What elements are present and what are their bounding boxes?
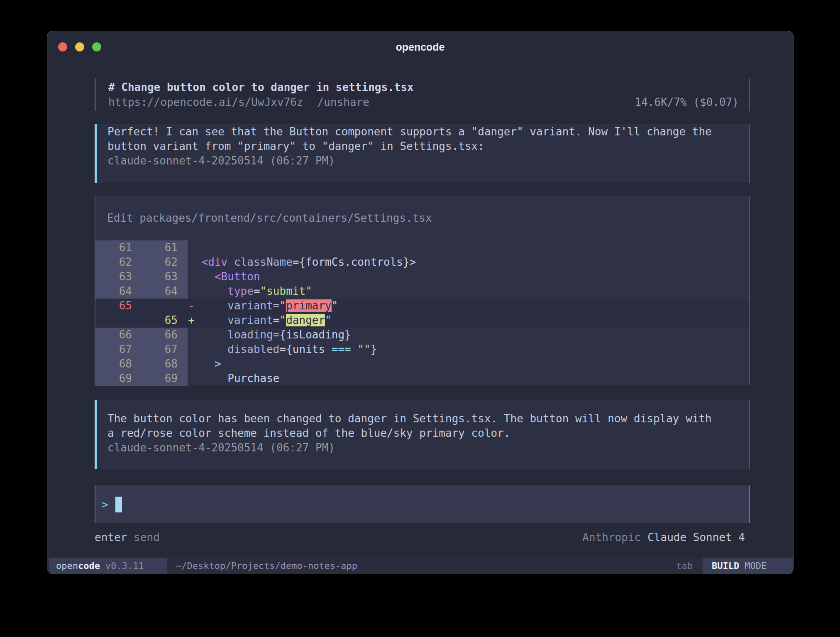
message-line: button variant from "primary" to "danger… [107,139,749,154]
diff-row: 6969 Purchase [95,371,749,386]
diff-row: 6363 <Button [95,270,749,284]
diff-row: 6767 disabled={units === ""} [95,342,749,357]
edit-tool-title: Edit packages/frontend/src/containers/Se… [107,211,432,225]
hint-bar: entersend AnthropicClaude Sonnet 4 [95,528,750,547]
model-label: Claude Sonnet 4 [647,531,745,544]
session-header: # Change button color to danger in setti… [95,78,750,111]
diff-row: 6666 loading={isLoading} [95,328,749,342]
mode-toggle[interactable]: BUILDMODE [703,558,793,574]
window-title: opencode [47,41,793,53]
diff-row: 65+ variant="danger" [95,313,749,328]
app-version: v0.3.11 [105,561,144,571]
model-indicator: AnthropicClaude Sonnet 4 [582,531,745,544]
text-cursor [115,497,122,512]
message-line: The button color has been changed to dan… [107,412,749,426]
prompt-input[interactable]: > [95,485,750,523]
mode-name: BUILD [712,561,739,571]
edit-tool-block: Edit packages/frontend/src/containers/Se… [95,196,750,385]
diff-row: 6262 <div className={formCs.controls}> [95,255,749,270]
mode-suffix: MODE [745,561,767,571]
prompt-symbol: > [102,498,108,511]
titlebar: opencode [47,31,793,62]
session-title: # Change button color to danger in setti… [108,80,739,95]
app-version-segment: opencodev0.3.11 [49,558,167,574]
diff-row: 65- variant="primary" [95,299,749,313]
opencode-window: opencode # Change button color to danger… [47,31,794,574]
share-url-link[interactable]: https://opencode.ai/s/UwJxv76z [108,95,303,110]
provider-label: Anthropic [582,531,641,544]
assistant-message: The button color has been changed to dan… [95,400,750,469]
enter-key-hint: enter [95,531,127,544]
tab-key-hint: tab [676,558,693,574]
diff-row: 6161 [95,240,749,255]
assistant-message: Perfect! I can see that the Button compo… [95,124,750,183]
send-action-label: send [134,531,160,544]
context-stats: 14.6K/7% ($0.07) [635,95,739,110]
send-hint: entersend [95,531,160,544]
diff-row: 6464 type="submit" [95,284,749,299]
working-directory: ~/Desktop/Projects/demo-notes-app [176,558,357,574]
message-line: Perfect! I can see that the Button compo… [107,125,749,139]
unshare-command[interactable]: /unshare [317,95,369,110]
status-bar: opencodev0.3.11 ~/Desktop/Projects/demo-… [47,558,793,574]
message-line: a red/rose color scheme instead of the b… [107,426,749,441]
model-meta: claude-sonnet-4-20250514 (06:27 PM) [107,441,749,455]
diff-row: 6868 > [95,357,749,371]
model-meta: claude-sonnet-4-20250514 (06:27 PM) [107,154,749,168]
app-name: opencode [56,561,100,571]
diff-table: 61616262 <div className={formCs.controls… [95,240,749,386]
